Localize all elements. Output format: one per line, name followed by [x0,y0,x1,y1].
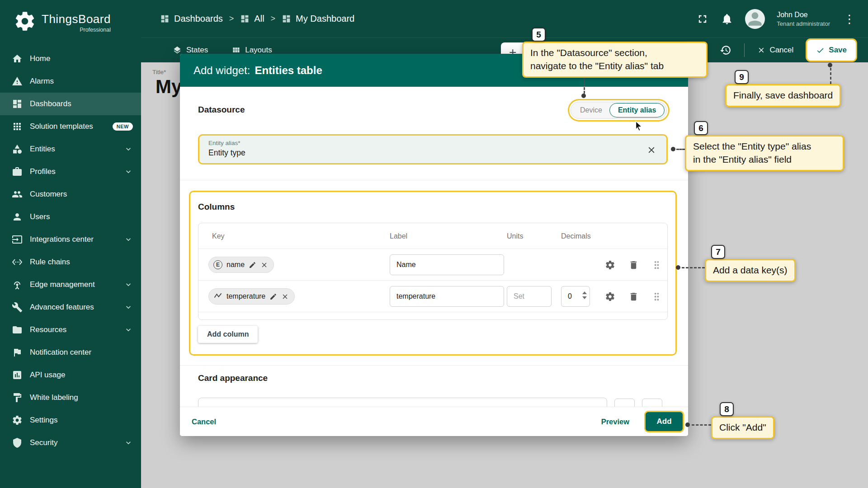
sidebar-item-entities[interactable]: Entities [0,138,141,160]
column-header-key: Key [212,232,225,240]
sidebar-item-security[interactable]: Security [0,432,141,454]
stepper-down-icon[interactable] [582,296,587,299]
datakey-chip-temperature[interactable]: temperature [208,288,295,305]
chevron-down-icon [124,303,133,312]
remove-datakey-icon[interactable] [281,293,289,300]
add-widget-confirm-button[interactable]: Add [646,412,683,431]
sidebar-item-label: Security [30,438,57,447]
column-settings-gear-icon[interactable] [605,260,615,270]
entity-alias-field-value: Entity type [208,148,657,158]
notifications-bell-icon[interactable] [721,13,733,25]
sidebar-item-solution-templates[interactable]: Solution templates NEW [0,115,141,138]
sidebar-item-rule-chains[interactable]: Rule chains [0,251,141,273]
version-history-icon[interactable] [720,44,731,56]
sidebar-item-label: Entities [30,145,55,154]
sidebar-item-label: Notification center [30,348,91,357]
sidebar-item-advanced-features[interactable]: Advanced features [0,296,141,319]
datakey-name: name [226,261,245,269]
units-input[interactable] [507,286,552,307]
layouts-button[interactable]: Layouts [231,46,272,55]
sidebar-item-label: Edge management [30,280,95,289]
avatar[interactable] [745,9,765,29]
chevron-down-icon [124,145,133,154]
sidebar-item-notification-center[interactable]: Notification center [0,341,141,364]
drag-handle-icon[interactable] [651,291,662,302]
user-info[interactable]: John Doe Tenant administrator [777,11,830,27]
entity-alias-field[interactable]: Entity alias* Entity type [198,134,668,164]
kebab-menu-icon[interactable]: ⋮ [842,13,857,25]
datakey-row-temperature: temperature [198,281,667,312]
remove-datakey-icon[interactable] [260,261,268,269]
chevron-down-icon [124,325,133,334]
datakey-chip-name[interactable]: E name [208,257,274,273]
chevron-down-icon [124,167,133,176]
add-column-button[interactable]: Add column [198,326,258,343]
stepper-up-icon[interactable] [582,291,587,294]
card-appearance-control[interactable] [614,399,635,407]
callout-connector [692,424,711,426]
card-appearance-control[interactable] [642,399,662,407]
dashboard-icon [282,14,291,23]
sidebar-item-home[interactable]: Home [0,47,141,70]
alarm-icon [12,76,23,87]
sidebar-item-resources[interactable]: Resources [0,319,141,341]
datasource-type-toggle-highlight: Device Entity alias [568,99,670,122]
sidebar-item-white-labeling[interactable]: White labeling [0,386,141,409]
step-badge-9: 9 [735,70,749,84]
breadcrumb-label: My Dashboard [296,14,354,24]
resources-icon [12,324,23,335]
entity-alias-tab[interactable]: Entity alias [609,103,665,117]
fullscreen-icon[interactable] [696,13,709,25]
save-dashboard-button[interactable]: Save [807,40,856,61]
sidebar-item-dashboards[interactable]: Dashboards [0,93,141,115]
label-input[interactable] [390,286,504,307]
dialog-cancel-button[interactable]: Cancel [192,418,216,426]
cancel-dashboard-edit-button[interactable]: Cancel [757,46,793,55]
edit-datakey-icon[interactable] [249,261,256,269]
device-tab[interactable]: Device [573,106,609,114]
states-button[interactable]: States [173,46,208,55]
columns-table: Key Label Units Decimals E name [198,223,668,320]
clear-entity-alias-icon[interactable] [646,145,656,155]
breadcrumb-separator: > [271,14,276,23]
layouts-label: Layouts [245,46,272,55]
callout-step-9: Finally, save dashboard [725,84,841,107]
users-icon [12,211,23,222]
datakey-name: temperature [226,292,265,300]
sidebar-item-label: Profiles [30,167,56,176]
states-layers-icon [173,46,182,55]
decimals-stepper[interactable] [582,291,587,299]
sidebar-item-api-usage[interactable]: API usage [0,364,141,386]
app-logo[interactable]: ThingsBoard Professional [0,0,141,47]
column-settings-gear-icon[interactable] [605,291,615,302]
breadcrumb-item-all[interactable]: All [240,14,264,24]
card-appearance-field[interactable] [198,398,607,407]
datakey-row-name: E name [198,249,667,281]
sidebar-item-customers[interactable]: Customers [0,183,141,206]
delete-column-trash-icon[interactable] [628,260,639,270]
security-shield-icon [12,437,23,448]
edit-datakey-icon[interactable] [269,293,277,300]
entity-field-icon: E [213,260,222,269]
callout-step-8: Click "Add" [711,416,774,439]
columns-section: Columns Key Label Units Decimals E name [189,191,677,356]
datasource-heading: Datasource [198,105,245,115]
settings-gear-icon [12,415,23,426]
sidebar-item-label: Solution templates [30,122,93,131]
callout-connector [676,149,685,150]
cancel-label: Cancel [769,46,793,55]
breadcrumb-item-dashboards[interactable]: Dashboards [160,14,223,24]
sidebar-item-profiles[interactable]: Profiles [0,160,141,183]
sidebar-item-alarms[interactable]: Alarms [0,70,141,93]
sidebar-item-settings[interactable]: Settings [0,409,141,432]
delete-column-trash-icon[interactable] [628,291,639,302]
breadcrumb-item-my-dashboard[interactable]: My Dashboard [282,14,354,24]
timeseries-icon [213,292,222,301]
preview-button[interactable]: Preview [601,418,629,426]
drag-handle-icon[interactable] [651,260,662,270]
sidebar-item-users[interactable]: Users [0,206,141,228]
callout-step-5: In the "Datasource" section, navigate to… [522,42,708,78]
sidebar-item-edge-management[interactable]: Edge management [0,273,141,296]
label-input[interactable] [390,254,504,275]
sidebar-item-integrations-center[interactable]: Integrations center [0,228,141,251]
